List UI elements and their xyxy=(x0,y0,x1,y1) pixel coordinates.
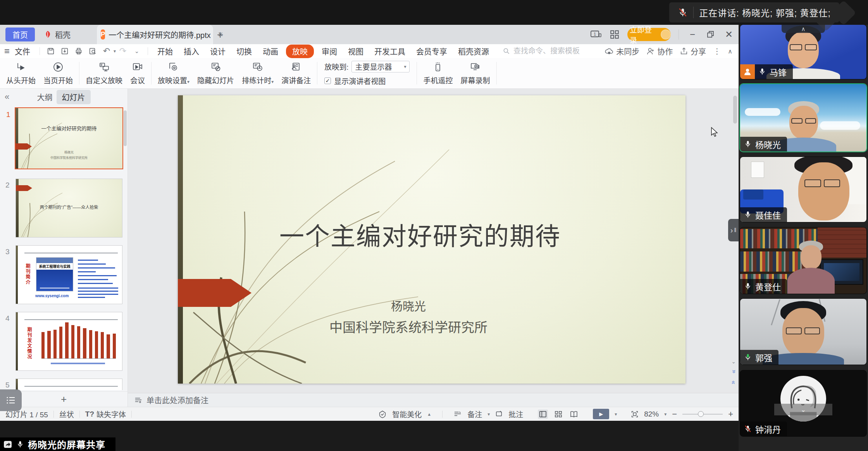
screen-record-button[interactable]: 屏幕录制 xyxy=(456,58,494,88)
workspace-grid-icon[interactable] xyxy=(610,29,620,40)
zoom-in-button[interactable]: + xyxy=(728,409,733,419)
notes-bar[interactable]: 单击此处添加备注 xyxy=(128,393,739,407)
menu-file[interactable]: 文件 xyxy=(14,46,36,57)
tab-slides[interactable]: 幻灯片 xyxy=(57,90,91,104)
svg-text:1: 1 xyxy=(594,32,596,36)
show-settings-button[interactable]: 放映设置▾ xyxy=(154,58,193,88)
search-input[interactable] xyxy=(513,47,603,55)
tab-document[interactable]: P 一个主编对好研究的期待.pptx ✕ xyxy=(97,25,213,44)
slide-canvas[interactable]: 一个主编对好研究的期待 杨晓光 中国科学院系统科学研究所 xyxy=(178,95,685,384)
menu-docer-resources[interactable]: 稻壳资源 xyxy=(453,46,494,57)
minimize-button[interactable]: − xyxy=(687,29,698,40)
collaborate-label: 协作 xyxy=(657,46,673,57)
next-slide-button[interactable]: « xyxy=(730,379,737,386)
collaborate-button[interactable]: 协作 xyxy=(646,46,673,57)
save-icon[interactable] xyxy=(46,47,56,55)
slide-affiliation-text[interactable]: 中国科学院系统科学研究所 xyxy=(178,317,639,336)
divider xyxy=(40,47,40,55)
participant-tile-guoqiang[interactable]: 郭强 xyxy=(740,299,866,365)
menu-view[interactable]: 视图 xyxy=(343,46,369,57)
play-dropdown-icon[interactable]: ▾ xyxy=(615,411,617,417)
tab-outline[interactable]: 大纲 xyxy=(37,91,53,103)
menu-start[interactable]: 开始 xyxy=(152,46,178,57)
zoom-slider-knob[interactable] xyxy=(698,411,704,417)
tab-home[interactable]: 首页 xyxy=(5,28,35,41)
login-button[interactable]: 立即登录 xyxy=(627,28,671,41)
menu-transition[interactable]: 切换 xyxy=(231,46,257,57)
beautify-expand-icon[interactable]: ▲ xyxy=(427,412,431,417)
tab-docer[interactable]: 稻壳 xyxy=(39,28,75,41)
previous-slide-button[interactable]: « xyxy=(730,368,737,375)
menu-devtools[interactable]: 开发工具 xyxy=(369,46,411,57)
menu-membership[interactable]: 会员专享 xyxy=(411,46,453,57)
toolbar-more-icon[interactable]: ⌄ xyxy=(132,48,142,55)
print-icon[interactable] xyxy=(74,47,84,55)
slide-1-thumbnail[interactable]: 一个主编对好研究的期待 杨晓光 中国科学院系统科学研究所 xyxy=(15,107,123,169)
new-tab-button[interactable]: + xyxy=(217,29,223,41)
missing-font-label[interactable]: 缺失字体 xyxy=(96,409,126,419)
panel-expand-handle[interactable]: ›‖ xyxy=(728,219,739,241)
canvas-scrollbar-thumb[interactable] xyxy=(733,96,737,124)
zoom-slider[interactable] xyxy=(682,414,723,415)
reading-view-button[interactable] xyxy=(569,410,579,419)
theme-name[interactable]: 丝状 xyxy=(59,409,74,419)
presenter-view-checkbox[interactable]: ✓ xyxy=(324,77,331,84)
fit-slide-icon[interactable] xyxy=(631,410,639,418)
slide-5-thumbnail[interactable] xyxy=(16,379,122,390)
collapse-ribbon-icon[interactable]: ∧ xyxy=(728,48,732,55)
print-preview-icon[interactable] xyxy=(88,47,98,55)
undo-icon[interactable]: ↶ xyxy=(102,46,112,56)
slide-sorter-float-button[interactable] xyxy=(0,389,22,411)
participant-tile-niejiajia[interactable]: 聂佳佳 xyxy=(740,157,866,222)
restore-button[interactable] xyxy=(706,30,715,39)
scroll-down-button[interactable]: ⌄ xyxy=(774,404,832,415)
more-options-icon[interactable]: ⋮ xyxy=(713,46,721,56)
slide-4-thumbnail[interactable]: 期刊发文情况 xyxy=(16,312,122,371)
phone-remote-button[interactable]: 手机遥控 xyxy=(419,58,456,88)
scroll-up-icon[interactable]: ⌄ xyxy=(731,358,736,365)
notes-toggle-button[interactable]: 备注 xyxy=(467,409,482,419)
slide-sorter-view-button[interactable] xyxy=(553,410,563,419)
from-beginning-button[interactable]: 从头开始 xyxy=(2,58,40,88)
slide-author-text[interactable]: 杨晓光 xyxy=(178,297,639,314)
share-button[interactable]: 分享 xyxy=(680,46,706,57)
zoom-level[interactable]: 82% xyxy=(644,410,659,418)
participant-tile-mafeng[interactable]: ∧ 马锋 xyxy=(740,25,866,79)
thumb-left-bar xyxy=(16,379,18,390)
from-current-button[interactable]: 当页开始 xyxy=(40,58,77,88)
menu-slideshow-active[interactable]: 放映 xyxy=(286,45,314,58)
undo-dropdown-icon[interactable]: ▾ xyxy=(114,48,116,54)
slideshow-play-button[interactable]: ▶ xyxy=(593,409,609,419)
slide-title-text[interactable]: 一个主编对好研究的期待 xyxy=(178,216,662,252)
comments-button[interactable]: 批注 xyxy=(508,409,523,419)
participant-tile-huangdengshi[interactable]: 黄登仕 xyxy=(740,227,866,294)
beautify-button[interactable]: 智能美化 xyxy=(392,409,422,419)
slide-3-thumbnail[interactable]: 期刊简介 系统工程理论与实践 www.sysengi.com xyxy=(16,245,122,304)
panel-scrollbar-thumb[interactable] xyxy=(124,110,127,146)
menu-insert[interactable]: 插入 xyxy=(178,46,205,57)
rehearse-timing-button[interactable]: 排练计时▾ xyxy=(238,58,277,88)
hide-slide-button[interactable]: 隐藏幻灯片 xyxy=(193,58,238,88)
participant-tile-zhongjuandan[interactable]: ⌄ 钟涓丹 xyxy=(740,370,866,436)
menu-review[interactable]: 审阅 xyxy=(316,46,343,57)
custom-show-button[interactable]: 自定义放映 xyxy=(82,58,126,88)
participant-tile-yangxiaoguang[interactable]: 杨晓光 xyxy=(740,84,866,151)
close-button[interactable]: ✕ xyxy=(723,29,735,40)
slide-2-thumbnail[interactable]: 两个期刊的“广告”——众人拾柴 xyxy=(16,179,122,238)
panel-collapse-icon[interactable]: « xyxy=(5,92,9,102)
normal-view-button[interactable] xyxy=(538,410,548,419)
hamburger-menu-icon[interactable]: ≡ xyxy=(2,46,12,57)
dropdown-icon[interactable]: ▾ xyxy=(487,411,490,417)
sync-status[interactable]: 未同步 xyxy=(604,46,639,57)
speaker-notes-button[interactable]: 演讲备注 xyxy=(277,58,315,88)
display-to-select[interactable]: 主要显示器 ▾ xyxy=(351,61,410,72)
thumb-title: 一个主编对好研究的期待 xyxy=(16,124,122,132)
menu-design[interactable]: 设计 xyxy=(205,46,231,57)
zoom-out-button[interactable]: − xyxy=(672,409,677,419)
zoom-dropdown-icon[interactable]: ▾ xyxy=(664,411,666,417)
output-icon[interactable] xyxy=(60,47,70,55)
collapse-panel-button[interactable]: ∧ xyxy=(782,25,825,33)
fit-window-icon[interactable]: 1 xyxy=(590,30,602,39)
meeting-button[interactable]: 会议 xyxy=(126,58,149,88)
menu-animation[interactable]: 动画 xyxy=(257,46,284,57)
